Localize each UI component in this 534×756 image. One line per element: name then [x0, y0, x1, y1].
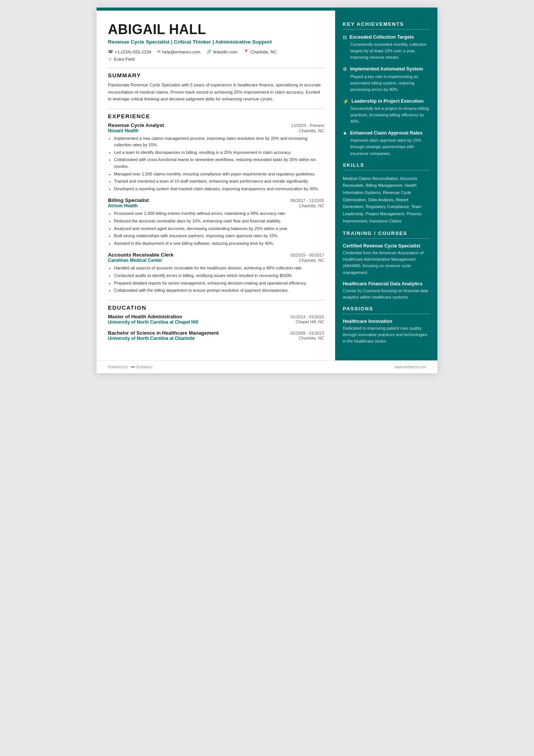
edu-1: Bachelor of Science in Healthcare Manage…: [108, 330, 324, 341]
contact-row: ☎ +1-(234)-555-1234 ✉ help@enhancv.com 🔗…: [108, 49, 324, 54]
achievement-1-title-row: ⚙ Implemented Automated System: [343, 66, 430, 72]
edu-1-school-row: University of North Carolina at Charlott…: [108, 336, 324, 341]
list-item: Implemented a new claims management proc…: [114, 135, 324, 149]
job-1-location: Charlotte, NC: [299, 203, 324, 208]
skills-text: Medical Claims Reconciliation, Accounts …: [343, 175, 430, 225]
list-item: Managed over 1,500 claims monthly, ensur…: [114, 171, 324, 178]
extra-field-label: Extra Field: [114, 57, 135, 61]
edu-1-school: University of North Carolina at Charlott…: [108, 336, 195, 341]
training-0-title: Certified Revenue Cycle Specialist: [343, 243, 430, 249]
key-achievements-title: KEY ACHIEVEMENTS: [343, 21, 430, 27]
summary-section: SUMMARY Passionate Revenue Cycle Special…: [108, 72, 324, 102]
candidate-name: ABIGAIL HALL: [108, 22, 324, 37]
training-divider: [343, 238, 430, 239]
passion-0-desc: Dedicated to improving patient care qual…: [343, 325, 430, 344]
summary-text: Passionate Revenue Cycle Specialist with…: [108, 81, 324, 102]
linkedin-icon: 🔗: [206, 49, 212, 54]
job-0-date: 12/2020 - Present: [291, 123, 324, 128]
achievement-2-icon: ⚡: [343, 99, 349, 104]
phone-value: +1-(234)-555-1234: [115, 50, 151, 54]
education-section: EDUCATION Master of Health Administratio…: [108, 304, 324, 341]
job-2-bullets: Handled all aspects of accounts receivab…: [108, 265, 324, 294]
powered-by-label: Powered by: [108, 365, 128, 369]
achievement-3: ★ Enhanced Claim Approval Rates Improved…: [343, 130, 430, 157]
linkedin-value: linkedin.com: [213, 50, 237, 54]
job-0-location: Charlotte, NC: [299, 128, 324, 133]
location-icon: 📍: [244, 49, 249, 54]
list-item: Reduced the accounts receivable days by …: [114, 218, 324, 225]
left-column: ABIGAIL HALL Revenue Cycle Specialist | …: [97, 11, 335, 360]
footer-website: www.enhancv.com: [395, 365, 426, 369]
experience-title: EXPERIENCE: [108, 113, 324, 119]
phone-icon: ☎: [108, 49, 113, 54]
star-icon: ☆: [108, 56, 112, 62]
email-contact: ✉ help@enhancv.com: [157, 49, 200, 54]
list-item: Led a team to identify discrepancies in …: [114, 149, 324, 156]
job-0-title: Revenue Cycle Analyst: [108, 122, 164, 128]
passion-0-title: Healthcare Innovation: [343, 319, 430, 324]
achievement-1-icon: ⚙: [343, 66, 347, 72]
list-item: Conducted audits to identify errors in b…: [114, 272, 324, 279]
achievement-2-title-row: ⚡ Leadership in Project Execution: [343, 98, 430, 104]
footer: Powered by 〰️ Enhancv www.enhancv.com: [97, 360, 437, 373]
achievement-2-title: Leadership in Project Execution: [351, 98, 423, 104]
passions-title: PASSIONS: [343, 306, 430, 311]
achievement-3-icon: ★: [343, 130, 347, 136]
achievement-0-title-row: ⊟ Exceeded Collection Targets: [343, 34, 430, 40]
job-1-date: 06/2017 - 11/2020: [290, 198, 324, 203]
edu-0-header: Master of Health Administration 01/2013 …: [108, 314, 324, 319]
job-2-date: 02/2015 - 05/2017: [290, 253, 324, 257]
key-achievements-divider: [343, 29, 430, 30]
edu-0-degree: Master of Health Administration: [108, 314, 182, 319]
training-0-desc: Credential from the American Association…: [343, 250, 430, 275]
summary-title: SUMMARY: [108, 72, 324, 78]
achievement-3-title-row: ★ Enhanced Claim Approval Rates: [343, 130, 430, 136]
job-1-title: Billing Specialist: [108, 197, 149, 203]
edu-1-date: 01/2009 - 01/2013: [290, 331, 324, 335]
footer-brand: Powered by 〰️ Enhancv: [108, 365, 153, 369]
achievement-2: ⚡ Leadership in Project Execution Succes…: [343, 98, 430, 125]
job-1-bullets: Processed over 2,000 billing entries mon…: [108, 210, 324, 247]
edu-0: Master of Health Administration 01/2013 …: [108, 314, 324, 325]
list-item: Collaborated with cross-functional teams…: [114, 157, 324, 170]
job-1-header: Billing Specialist 06/2017 - 11/2020: [108, 197, 324, 203]
job-1-company: Atrium Health: [108, 203, 138, 208]
achievement-1-desc: Played a key role in implementing an aut…: [343, 74, 430, 93]
training-0: Certified Revenue Cycle Specialist Crede…: [343, 243, 430, 275]
top-accent-bar: [97, 8, 437, 11]
list-item: Developed a reporting system that tracke…: [114, 186, 324, 193]
linkedin-contact[interactable]: 🔗 linkedin.com: [206, 49, 237, 54]
passion-0: Healthcare Innovation Dedicated to impro…: [343, 319, 430, 344]
education-title: EDUCATION: [108, 304, 324, 311]
header-section: ABIGAIL HALL Revenue Cycle Specialist | …: [108, 22, 324, 62]
job-2-company: Carolinas Medical Center: [108, 258, 162, 263]
location-value: Charlotte, NC: [250, 50, 277, 54]
list-item: Assisted in the deployment of a new bill…: [114, 240, 324, 247]
list-item: Analyzed and resolved aged accounts, dec…: [114, 225, 324, 232]
training-1: Healthcare Financial Data Analytics Cour…: [343, 281, 430, 301]
resume-wrapper: ABIGAIL HALL Revenue Cycle Specialist | …: [97, 8, 437, 373]
skills-divider: [343, 170, 430, 171]
right-column: KEY ACHIEVEMENTS ⊟ Exceeded Collection T…: [335, 11, 437, 360]
list-item: Trained and mentored a team of 10 staff …: [114, 178, 324, 185]
location-contact: 📍 Charlotte, NC: [244, 49, 277, 54]
job-0: Revenue Cycle Analyst 12/2020 - Present …: [108, 122, 324, 193]
extra-field-row: ☆ Extra Field: [108, 56, 324, 62]
resume-body: ABIGAIL HALL Revenue Cycle Specialist | …: [97, 11, 437, 360]
edu-0-date: 01/2013 - 01/2015: [290, 315, 324, 319]
job-1-company-row: Atrium Health Charlotte, NC: [108, 203, 324, 208]
job-2: Accounts Receivable Clerk 02/2015 - 05/2…: [108, 252, 324, 294]
enhancv-brand-icon: 〰️ Enhancv: [130, 365, 153, 369]
achievement-3-desc: Improved claim approval rates by 15% thr…: [343, 137, 430, 157]
experience-divider: [108, 109, 324, 109]
list-item: Processed over 2,000 billing entries mon…: [114, 210, 324, 217]
candidate-title: Revenue Cycle Specialist | Critical Thin…: [108, 39, 324, 46]
job-0-bullets: Implemented a new claims management proc…: [108, 135, 324, 193]
training-1-desc: Course by Coursera focusing on financial…: [343, 288, 430, 301]
job-2-header: Accounts Receivable Clerk 02/2015 - 05/2…: [108, 252, 324, 258]
job-0-company: Novant Health: [108, 128, 139, 133]
phone-contact: ☎ +1-(234)-555-1234: [108, 49, 151, 54]
edu-0-location: Chapel Hill, NC: [296, 319, 324, 325]
enhancv-brand-name: Enhancv: [136, 365, 153, 369]
achievement-3-title: Enhanced Claim Approval Rates: [350, 130, 423, 136]
